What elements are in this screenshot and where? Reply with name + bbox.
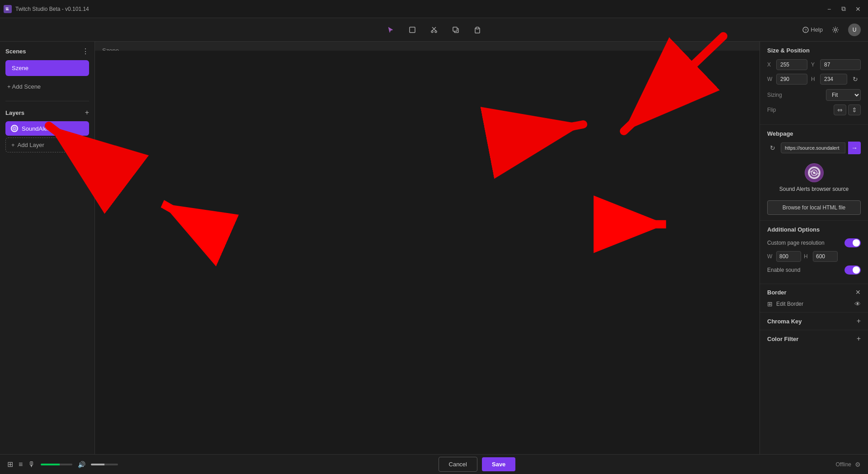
- add-layer-plus: +: [11, 142, 15, 148]
- sound-alerts-icon: [805, 163, 824, 182]
- border-header[interactable]: Border ✕: [767, 289, 861, 296]
- minimize-button[interactable]: −: [823, 3, 835, 15]
- toolbar-duplicate-icon[interactable]: [448, 23, 463, 37]
- toolbar: ? Help U: [0, 18, 868, 42]
- additional-options-section: Additional Options Custom page resolutio…: [760, 221, 868, 284]
- chroma-key-section[interactable]: Chroma Key +: [760, 313, 868, 330]
- cancel-button[interactable]: Cancel: [439, 457, 477, 472]
- url-row: ↻ →: [767, 142, 861, 154]
- titlebar: Twitch Studio Beta - v0.101.14 − ⧉ ✕: [0, 0, 868, 18]
- scenes-menu-button[interactable]: ⋮: [82, 47, 89, 56]
- audio-icon[interactable]: 🔊: [78, 461, 85, 468]
- edit-border-label[interactable]: Edit Border: [776, 301, 803, 307]
- custom-resolution-toggle[interactable]: [844, 238, 861, 247]
- sound-alerts-label: Sound Alerts browser source: [779, 186, 849, 192]
- svg-point-14: [14, 128, 15, 129]
- rotate-button[interactable]: ↻: [850, 74, 861, 85]
- custom-resolution-row: Custom page resolution: [767, 238, 861, 247]
- window-controls: − ⧉ ✕: [823, 3, 864, 15]
- svg-point-2: [431, 31, 433, 33]
- audio-volume-slider[interactable]: [91, 464, 118, 465]
- svg-rect-7: [453, 27, 457, 31]
- canvas-container: Szene: [95, 42, 760, 454]
- webpage-title: Webpage: [767, 130, 861, 137]
- edit-border-row: ⊞ Edit Border 👁: [767, 300, 861, 308]
- scenes-icon[interactable]: ⊞: [7, 460, 13, 469]
- layout-icon[interactable]: ≡: [19, 460, 23, 469]
- res-h-input[interactable]: [813, 251, 838, 262]
- toolbar-paste-icon[interactable]: [470, 23, 485, 37]
- close-button[interactable]: ✕: [852, 3, 864, 15]
- user-avatar[interactable]: U: [848, 24, 861, 36]
- add-scene-button[interactable]: + Add Scene: [5, 80, 89, 94]
- svg-rect-1: [410, 27, 415, 33]
- w-input[interactable]: [776, 74, 807, 85]
- restore-button[interactable]: ⧉: [837, 3, 850, 15]
- additional-title: Additional Options: [767, 226, 861, 233]
- w-label: W: [767, 76, 774, 82]
- app-logo: [4, 5, 12, 13]
- color-filter-title: Color Filter: [767, 336, 798, 342]
- toolbar-right: ? Help U: [802, 23, 861, 37]
- sizing-select[interactable]: Fit Fill Stretch: [826, 89, 861, 101]
- enable-sound-toggle[interactable]: [844, 265, 861, 275]
- flip-row: Flip ⇔ ⇕: [767, 104, 861, 115]
- color-filter-section[interactable]: Color Filter +: [760, 330, 868, 347]
- bottom-settings-icon[interactable]: ⚙: [855, 461, 861, 468]
- settings-gear-icon[interactable]: [828, 23, 843, 37]
- svg-point-13: [13, 127, 16, 130]
- scenes-title: Scenes: [5, 48, 26, 55]
- svg-text:?: ?: [805, 28, 807, 33]
- help-button[interactable]: ? Help: [802, 26, 823, 33]
- refresh-button[interactable]: ↻: [767, 142, 778, 153]
- enable-sound-row: Enable sound: [767, 265, 861, 275]
- mic-volume-slider[interactable]: [41, 464, 72, 465]
- canvas-area: Szene: [95, 42, 760, 51]
- toolbar-crop-icon[interactable]: [405, 23, 420, 37]
- flip-horizontal-button[interactable]: ⇔: [834, 104, 846, 115]
- h-field-group: H ↻: [811, 74, 861, 85]
- layers-add-button[interactable]: +: [85, 109, 89, 117]
- svg-point-12: [835, 28, 837, 31]
- xy-grid: X Y W H ↻: [767, 59, 861, 85]
- save-button[interactable]: Save: [482, 457, 515, 471]
- url-go-button[interactable]: →: [848, 142, 861, 154]
- toolbar-cursor-icon[interactable]: [383, 23, 398, 37]
- sizing-row: Sizing Fit Fill Stretch: [767, 89, 861, 101]
- size-position-section: Size & Position X Y W H ↻: [760, 42, 868, 125]
- layer-item-soundalerts[interactable]: SoundAlerts: [5, 121, 89, 136]
- border-visibility-icon[interactable]: 👁: [854, 300, 861, 308]
- sidebar-divider: [5, 101, 89, 101]
- chroma-key-add-icon: +: [857, 317, 861, 325]
- arrows-overlay: [95, 42, 760, 454]
- x-input[interactable]: [776, 59, 807, 70]
- y-label: Y: [811, 62, 817, 68]
- bottom-center: Cancel Save: [439, 457, 516, 472]
- svg-rect-9: [476, 27, 479, 29]
- x-field-group: X: [767, 59, 807, 70]
- layers-title: Layers: [5, 109, 24, 116]
- y-input[interactable]: [820, 59, 861, 70]
- bottom-right: Offline ⚙: [836, 461, 861, 468]
- toolbar-cut-icon[interactable]: [427, 23, 441, 37]
- border-section: Border ✕ ⊞ Edit Border 👁: [760, 284, 868, 313]
- add-layer-button[interactable]: + Add Layer: [5, 137, 89, 152]
- flip-vertical-button[interactable]: ⇕: [848, 104, 861, 115]
- size-position-title: Size & Position: [767, 47, 861, 54]
- canvas-scene-label: Szene: [102, 47, 119, 51]
- border-title: Border: [767, 289, 787, 296]
- res-w-input[interactable]: [776, 251, 801, 262]
- sizing-label: Sizing: [767, 92, 782, 98]
- browse-html-button[interactable]: Browse for local HTML file: [767, 200, 861, 215]
- bottom-left: ⊞ ≡ 🎙 🔊: [7, 460, 118, 469]
- chroma-key-title: Chroma Key: [767, 318, 802, 325]
- mic-icon[interactable]: 🎙: [28, 460, 35, 469]
- main-content: Scenes ⋮ Szene + Add Scene Layers + Soun…: [0, 42, 868, 454]
- scene-item-szene[interactable]: Szene: [5, 60, 89, 76]
- h-input[interactable]: [820, 74, 847, 85]
- flip-label: Flip: [767, 107, 776, 113]
- x-label: X: [767, 62, 774, 68]
- bottom-bar: ⊞ ≡ 🎙 🔊 Cancel Save Offline ⚙: [0, 454, 868, 474]
- url-input[interactable]: [781, 142, 845, 153]
- svg-point-19: [811, 170, 817, 176]
